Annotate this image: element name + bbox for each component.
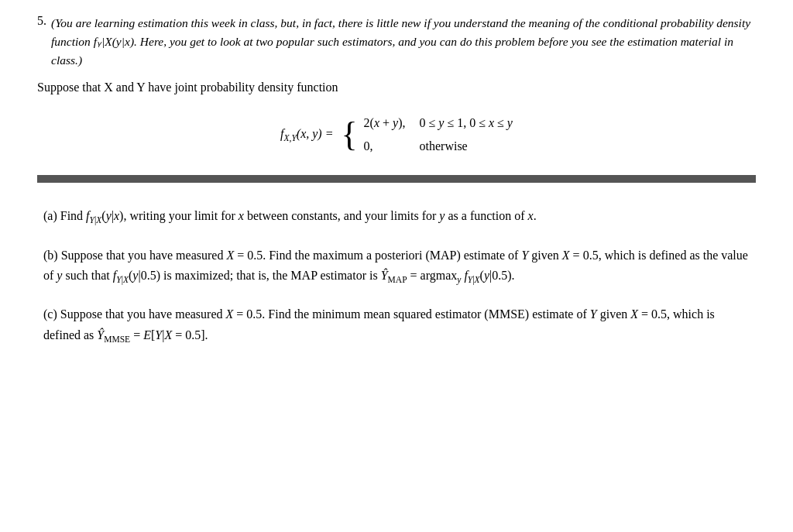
parts-section: (a) Find fY|X(y|x), writing your limit f… xyxy=(37,206,756,346)
case1-row: 2(x + y), 0 ≤ y ≤ 1, 0 ≤ x ≤ y xyxy=(364,112,513,135)
part-a-label: (a) xyxy=(43,209,60,222)
case1-cond: 0 ≤ y ≤ 1, 0 ≤ x ≤ y xyxy=(420,112,513,135)
part-a: (a) Find fY|X(y|x), writing your limit f… xyxy=(43,206,750,228)
part-b-label: (b) xyxy=(43,249,61,262)
formula-lhs: fX,Y(x, y) = xyxy=(280,127,333,142)
problem-header: 5. (You are learning estimation this wee… xyxy=(37,14,756,70)
case2-expr: 0, xyxy=(364,135,420,158)
part-c-label: (c) xyxy=(43,307,60,321)
part-b: (b) Suppose that you have measured X = 0… xyxy=(43,245,750,288)
case1-expr: 2(x + y), xyxy=(364,112,420,135)
case2-cond: otherwise xyxy=(420,135,513,158)
brace-symbol: { xyxy=(341,118,357,152)
intro-text: (You are learning estimation this week i… xyxy=(51,14,756,70)
case2-row: 0, otherwise xyxy=(364,135,513,158)
part-c: (c) Suppose that you have measured X = 0… xyxy=(43,304,750,347)
page-content: 5. (You are learning estimation this wee… xyxy=(0,0,793,383)
section-divider xyxy=(37,175,756,183)
formula-block: fX,Y(x, y) = { 2(x + y), 0 ≤ y ≤ 1, 0 ≤ … xyxy=(37,112,756,159)
part-c-text: Suppose that you have measured X = 0.5. … xyxy=(43,307,715,341)
part-a-text: Find fY|X(y|x), writing your limit for x… xyxy=(60,209,537,222)
cases-table: 2(x + y), 0 ≤ y ≤ 1, 0 ≤ x ≤ y 0, otherw… xyxy=(364,112,513,159)
part-b-text: Suppose that you have measured X = 0.5. … xyxy=(43,249,748,282)
suppose-text: Suppose that X and Y have joint probabil… xyxy=(37,77,756,98)
problem-number: 5. xyxy=(37,14,46,28)
suppose-label: Suppose that X and Y have joint probabil… xyxy=(37,81,338,94)
